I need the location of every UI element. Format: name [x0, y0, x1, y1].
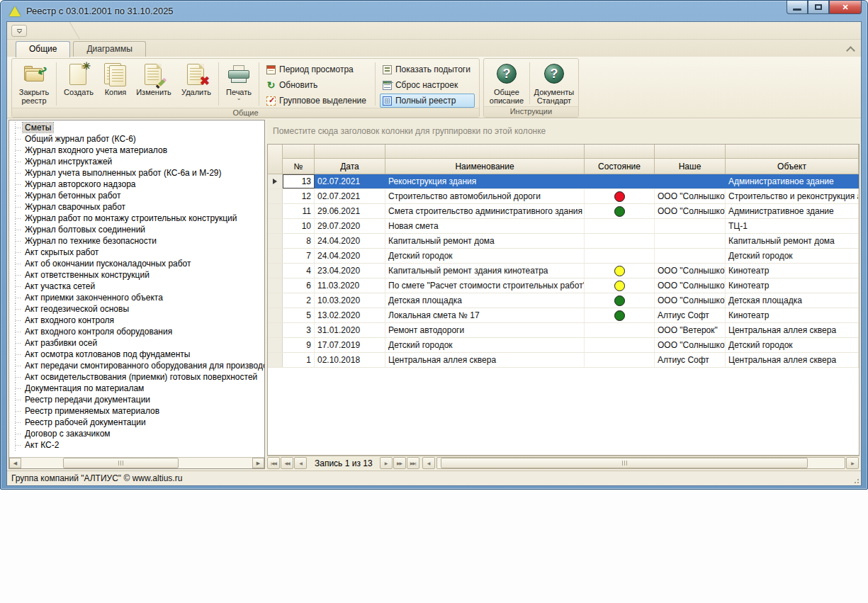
tree-item[interactable]: Журнал сварочных работ: [13, 201, 264, 213]
table-row[interactable]: 210.03.2020Детская площадкаООО "Солнышко…: [268, 293, 859, 308]
tree-item[interactable]: Журнал работ по монтажу строительных кон…: [13, 213, 264, 224]
nav-prev-button[interactable]: ◀: [294, 457, 307, 469]
cell-status[interactable]: [585, 204, 655, 218]
cell-date[interactable]: 31.01.2020: [315, 323, 385, 337]
table-row[interactable]: 102.10.2018Центральная аллея сквераАлтиу…: [268, 353, 859, 368]
scroll-right-icon[interactable]: ▶: [252, 458, 264, 468]
table-row[interactable]: 1129.06.2021Смета строительство админист…: [268, 204, 859, 219]
cell-status[interactable]: [585, 219, 655, 233]
tree-scroll-track[interactable]: [21, 458, 252, 468]
tree-item[interactable]: Журнал авторского надзора: [13, 179, 264, 190]
cell-num[interactable]: 6: [283, 278, 315, 293]
column-header-2[interactable]: Наименование: [385, 159, 585, 174]
cell-name[interactable]: Новая смета: [385, 219, 585, 233]
grid-scroll-left-icon[interactable]: ◀: [422, 457, 435, 469]
cell-date[interactable]: 11.03.2020: [315, 278, 385, 293]
cell-object[interactable]: Строительство и реконструкция авт: [726, 189, 859, 203]
cell-date[interactable]: 13.02.2020: [315, 308, 385, 322]
cell-name[interactable]: Детская площадка: [385, 293, 585, 308]
nav-first-button[interactable]: |◀◀: [267, 457, 280, 469]
cell-name[interactable]: Детский городок: [385, 338, 585, 352]
table-row[interactable]: 724.04.2020Детский городокДетский городо…: [268, 249, 859, 264]
cell-object[interactable]: Детская площадка: [726, 293, 859, 308]
cell-object[interactable]: Административное здание: [726, 174, 859, 188]
cell-status[interactable]: [585, 323, 655, 337]
column-header-1[interactable]: Дата: [315, 159, 385, 174]
close-button[interactable]: ✕: [829, 1, 862, 14]
cell-object[interactable]: ТЦ-1: [726, 219, 859, 233]
cell-status[interactable]: [585, 249, 655, 263]
table-row[interactable]: 611.03.2020По смете "Расчет стоимости ст…: [268, 278, 859, 293]
tree-item[interactable]: Журнал учета выполненных работ (КС-6а и …: [13, 167, 264, 179]
cell-status[interactable]: [585, 278, 655, 293]
cell-status[interactable]: [585, 264, 655, 278]
group-by-panel[interactable]: Поместите сюда заголовок колонки для гру…: [267, 120, 859, 144]
cell-our[interactable]: Алтиус Софт: [655, 308, 726, 322]
create-button[interactable]: ✳ Создать: [58, 60, 99, 108]
documents-standard-button[interactable]: ? Документы Стандарт: [531, 60, 577, 106]
cell-object[interactable]: Капитальный ремонт дома: [726, 234, 859, 248]
nav-last-button[interactable]: ▶▶|: [407, 457, 419, 469]
tree-item[interactable]: Акт ответственных конструкций: [13, 269, 264, 281]
tree-item[interactable]: Акт скрытых работ: [13, 247, 264, 258]
view-period-button[interactable]: Период просмотра: [264, 62, 371, 77]
cell-our[interactable]: Алтиус Софт: [655, 353, 726, 367]
nav-prev-page-button[interactable]: ◀◀: [281, 457, 293, 469]
cell-name[interactable]: Локальная смета № 17: [385, 308, 585, 322]
cell-object[interactable]: Центральная аллея сквера: [726, 323, 859, 337]
cell-our[interactable]: [655, 174, 726, 188]
full-registry-button[interactable]: Полный реестр: [380, 94, 475, 108]
minimize-button[interactable]: [787, 1, 808, 14]
table-row[interactable]: 423.04.2020Капитальный ремонт здания кин…: [268, 264, 859, 278]
cell-num[interactable]: 10: [283, 219, 315, 233]
print-button[interactable]: Печать ⌄: [220, 60, 257, 108]
tree-scroll-thumb[interactable]: [63, 458, 179, 468]
grid-scroll-right-icon[interactable]: ▶: [846, 457, 859, 469]
cell-name[interactable]: По смете "Расчет стоимости строительных …: [385, 278, 585, 293]
nav-next-page-button[interactable]: ▶▶: [393, 457, 406, 469]
cell-our[interactable]: [655, 219, 726, 233]
column-header-0[interactable]: №: [283, 159, 315, 174]
tree-item[interactable]: Акт участка сетей: [13, 281, 264, 292]
cell-our[interactable]: ООО "Солнышко": [655, 338, 726, 352]
cell-date[interactable]: 29.06.2021: [315, 204, 385, 218]
reset-settings-button[interactable]: Сброс настроек: [380, 78, 475, 92]
cell-num[interactable]: 3: [283, 323, 315, 337]
cell-num[interactable]: 2: [283, 293, 315, 308]
cell-status[interactable]: [585, 234, 655, 248]
tab-diagrams[interactable]: Диаграммы: [73, 41, 145, 57]
cell-num[interactable]: 9: [283, 338, 315, 352]
cell-num[interactable]: 8: [283, 234, 315, 248]
table-row[interactable]: 1302.07.2021Реконструкция зданияАдминист…: [268, 174, 859, 189]
tree-item[interactable]: Журнал болтовых соединений: [13, 224, 264, 235]
cell-date[interactable]: 29.07.2020: [315, 219, 385, 233]
close-registry-button[interactable]: ↩ Закрыть реестр: [13, 60, 55, 108]
cell-date[interactable]: 17.07.2019: [315, 338, 385, 352]
tree-item[interactable]: Акт КС-2: [13, 439, 264, 451]
table-row[interactable]: 824.04.2020Капитальный ремонт домаКапита…: [268, 234, 859, 249]
tree-item[interactable]: Сметы: [13, 122, 264, 133]
cell-name[interactable]: Строительство автомобильной дороги: [385, 189, 585, 203]
tab-common[interactable]: Общие: [16, 41, 70, 57]
column-header-3[interactable]: Состояние: [585, 159, 655, 174]
tree-item[interactable]: Договор с заказчиком: [13, 428, 264, 439]
cell-object[interactable]: Детский городок: [726, 338, 859, 352]
cell-status[interactable]: [585, 338, 655, 352]
cell-status[interactable]: [585, 293, 655, 308]
cell-date[interactable]: 24.04.2020: [315, 234, 385, 248]
tree-item[interactable]: Журнал по технике безопасности: [13, 235, 264, 247]
table-row[interactable]: 917.07.2019Детский городокООО "Солнышко"…: [268, 338, 859, 353]
tree-item[interactable]: Документация по материалам: [13, 383, 264, 394]
tree-item[interactable]: Акт осмотра котлованов под фундаменты: [13, 349, 264, 360]
cell-num[interactable]: 1: [283, 353, 315, 367]
tree-item[interactable]: Акт геодезической основы: [13, 303, 264, 315]
cell-status[interactable]: [585, 353, 655, 367]
cell-name[interactable]: Реконструкция здания: [385, 174, 585, 188]
column-header-5[interactable]: Объект: [726, 159, 859, 174]
show-subtotals-button[interactable]: Показать подытоги: [380, 62, 475, 77]
cell-object[interactable]: Административное здание: [726, 204, 859, 218]
cell-num[interactable]: 4: [283, 264, 315, 278]
cell-date[interactable]: 02.07.2021: [315, 174, 385, 188]
tree-item[interactable]: Реестр рабочей документации: [13, 417, 264, 428]
delete-button[interactable]: ✖ Удалить: [176, 60, 217, 108]
